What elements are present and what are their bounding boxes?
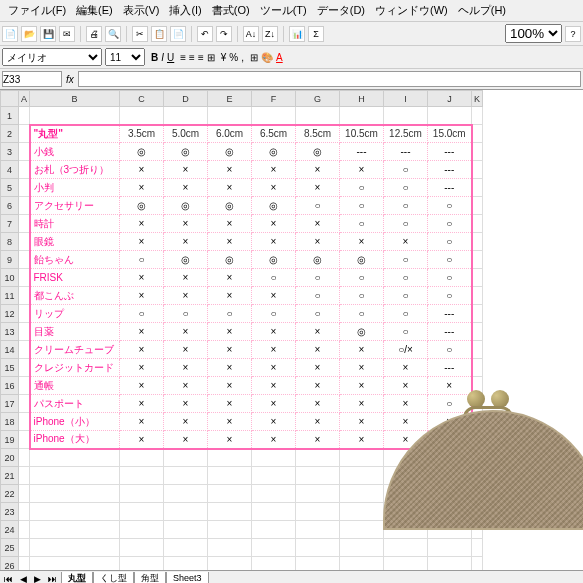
cell[interactable]: × <box>120 233 164 251</box>
cell[interactable]: × <box>296 233 340 251</box>
cell[interactable]: ○ <box>384 161 428 179</box>
row-header[interactable]: 6 <box>1 197 19 215</box>
cell[interactable] <box>472 341 483 359</box>
cell[interactable]: × <box>208 359 252 377</box>
cell[interactable]: × <box>296 161 340 179</box>
cell[interactable]: × <box>384 233 428 251</box>
col-header[interactable]: B <box>30 91 120 107</box>
cell[interactable]: × <box>340 341 384 359</box>
cell[interactable]: FRISK <box>30 269 120 287</box>
cell[interactable] <box>296 485 340 503</box>
col-header[interactable]: H <box>340 91 384 107</box>
cell[interactable]: ○ <box>340 287 384 305</box>
cell[interactable]: × <box>208 413 252 431</box>
cell[interactable]: × <box>164 233 208 251</box>
cell[interactable]: ○ <box>252 305 296 323</box>
row-header[interactable]: 14 <box>1 341 19 359</box>
row-header[interactable]: 2 <box>1 125 19 143</box>
cell[interactable]: ○ <box>428 269 472 287</box>
chart-icon[interactable]: 📊 <box>289 26 305 42</box>
cell[interactable]: × <box>208 269 252 287</box>
cell[interactable] <box>384 557 428 571</box>
cell[interactable] <box>120 557 164 571</box>
cell[interactable] <box>384 107 428 125</box>
cell[interactable] <box>164 503 208 521</box>
col-header[interactable]: G <box>296 91 340 107</box>
cell[interactable]: × <box>164 341 208 359</box>
cell[interactable]: ○ <box>208 305 252 323</box>
col-header[interactable]: E <box>208 91 252 107</box>
menu-item[interactable]: ファイル(F) <box>4 2 70 19</box>
cell[interactable]: 小判 <box>30 179 120 197</box>
cell[interactable] <box>19 305 30 323</box>
cell[interactable]: × <box>164 431 208 449</box>
cell[interactable] <box>120 539 164 557</box>
cell[interactable]: × <box>296 323 340 341</box>
cell[interactable]: ○ <box>252 269 296 287</box>
cell[interactable]: ○ <box>120 305 164 323</box>
cell[interactable]: × <box>120 359 164 377</box>
sort-desc-icon[interactable]: Z↓ <box>262 26 278 42</box>
col-header[interactable]: D <box>164 91 208 107</box>
cell[interactable] <box>472 143 483 161</box>
border-icon[interactable]: ⊞ <box>250 52 258 63</box>
cell[interactable]: 6.5cm <box>252 125 296 143</box>
cell[interactable]: ○ <box>340 269 384 287</box>
tab-prev-icon[interactable]: ◀ <box>17 574 30 584</box>
cell[interactable]: ◎ <box>340 251 384 269</box>
cell[interactable]: クリームチューブ <box>30 341 120 359</box>
cell[interactable]: ○ <box>296 197 340 215</box>
cell[interactable] <box>30 449 120 467</box>
row-header[interactable]: 24 <box>1 521 19 539</box>
cell[interactable]: × <box>296 377 340 395</box>
cell[interactable]: ◎ <box>340 323 384 341</box>
cell[interactable]: ○ <box>384 287 428 305</box>
cell[interactable] <box>19 521 30 539</box>
align-center-icon[interactable]: ≡ <box>189 52 195 63</box>
cell[interactable]: × <box>252 233 296 251</box>
currency-icon[interactable]: ¥ <box>221 52 227 63</box>
cell[interactable] <box>252 521 296 539</box>
cell[interactable]: お札（3つ折り） <box>30 161 120 179</box>
cell[interactable]: × <box>252 413 296 431</box>
cell[interactable]: ○ <box>340 197 384 215</box>
row-header[interactable]: 13 <box>1 323 19 341</box>
preview-icon[interactable]: 🔍 <box>105 26 121 42</box>
cell[interactable] <box>30 467 120 485</box>
cell[interactable]: ◎ <box>120 197 164 215</box>
cell[interactable]: × <box>120 341 164 359</box>
cell[interactable]: ◎ <box>296 143 340 161</box>
col-header[interactable]: K <box>472 91 483 107</box>
sheet-tab[interactable]: くし型 <box>93 572 134 583</box>
paste-icon[interactable]: 📄 <box>170 26 186 42</box>
cell[interactable]: 小銭 <box>30 143 120 161</box>
cell[interactable]: × <box>164 377 208 395</box>
cell[interactable] <box>340 485 384 503</box>
cell[interactable]: ○ <box>340 179 384 197</box>
cell[interactable] <box>19 377 30 395</box>
cell[interactable] <box>472 305 483 323</box>
cell[interactable] <box>472 251 483 269</box>
cell[interactable]: × <box>208 341 252 359</box>
align-right-icon[interactable]: ≡ <box>198 52 204 63</box>
cell[interactable] <box>428 557 472 571</box>
cell[interactable] <box>472 161 483 179</box>
cell[interactable]: × <box>296 341 340 359</box>
help-icon[interactable]: ? <box>565 26 581 42</box>
cell[interactable]: 眼鏡 <box>30 233 120 251</box>
cell[interactable] <box>472 215 483 233</box>
fill-color-icon[interactable]: 🎨 <box>261 52 273 63</box>
cell[interactable] <box>472 233 483 251</box>
underline-icon[interactable]: U <box>167 52 174 63</box>
cell[interactable]: --- <box>428 323 472 341</box>
cell[interactable]: ○ <box>384 179 428 197</box>
menu-item[interactable]: 書式(O) <box>208 2 254 19</box>
cell[interactable] <box>472 287 483 305</box>
cell[interactable] <box>252 539 296 557</box>
cell[interactable]: × <box>208 431 252 449</box>
row-header[interactable]: 15 <box>1 359 19 377</box>
cell[interactable] <box>19 233 30 251</box>
cell[interactable]: × <box>120 431 164 449</box>
cell[interactable]: × <box>164 215 208 233</box>
cell[interactable]: ○ <box>384 323 428 341</box>
